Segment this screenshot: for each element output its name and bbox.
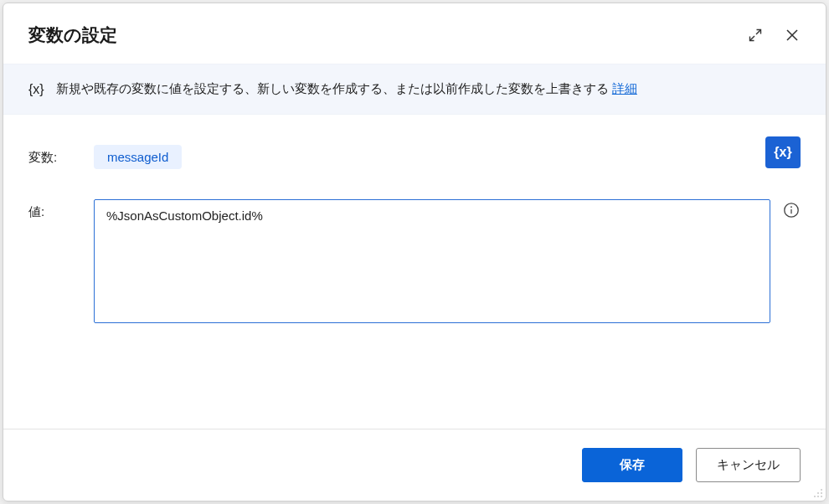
svg-point-4 — [821, 492, 822, 494]
variable-braces-icon: {x} — [28, 82, 44, 97]
svg-point-1 — [790, 206, 792, 208]
info-bar: {x} 新規や既存の変数に値を設定する、新しい変数を作成する、または以前作成した… — [3, 64, 826, 115]
resize-grip-icon[interactable] — [812, 487, 824, 499]
svg-point-6 — [817, 496, 819, 497]
dialog-header: 変数の設定 — [3, 3, 826, 64]
dialog-body: {x} 変数: messageId 値: — [3, 115, 826, 429]
cancel-button[interactable]: キャンセル — [696, 448, 801, 482]
svg-point-7 — [821, 496, 822, 497]
value-input[interactable] — [94, 199, 770, 323]
expand-icon[interactable] — [747, 27, 764, 44]
set-variable-dialog: 変数の設定 {x} 新規や既存の変数に値を設定する、新しい変数を作成する、または… — [3, 3, 826, 501]
dialog-title: 変数の設定 — [28, 23, 117, 47]
variable-chip[interactable]: messageId — [94, 145, 182, 169]
header-icon-group — [747, 27, 801, 44]
variable-label: 変数: — [28, 145, 94, 166]
svg-point-2 — [821, 489, 822, 491]
save-button[interactable]: 保存 — [582, 448, 682, 482]
info-text: 新規や既存の変数に値を設定する、新しい変数を作成する、または以前作成した変数を上… — [56, 81, 637, 97]
svg-point-5 — [814, 496, 816, 497]
variable-row: 変数: messageId — [28, 145, 801, 169]
close-icon[interactable] — [784, 27, 801, 44]
svg-point-3 — [817, 492, 819, 494]
details-link[interactable]: 詳細 — [612, 81, 637, 95]
info-description: 新規や既存の変数に値を設定する、新しい変数を作成する、または以前作成した変数を上… — [56, 81, 612, 95]
insert-variable-button[interactable]: {x} — [765, 136, 801, 168]
value-label: 値: — [28, 199, 94, 220]
dialog-footer: 保存 キャンセル — [3, 429, 826, 501]
value-row: 値: — [28, 199, 801, 323]
info-icon[interactable] — [782, 201, 801, 219]
